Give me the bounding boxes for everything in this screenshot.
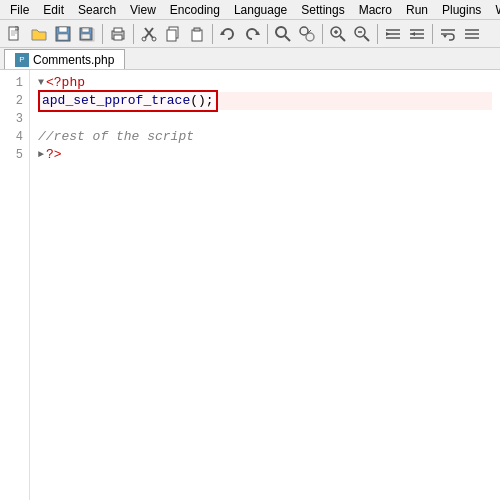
- unindent-button[interactable]: [406, 23, 428, 45]
- comment-line: //rest of the script: [38, 128, 194, 146]
- extra-button[interactable]: [461, 23, 483, 45]
- svg-rect-12: [114, 28, 122, 32]
- separator-7: [432, 24, 433, 44]
- svg-marker-45: [443, 35, 447, 38]
- svg-rect-5: [59, 27, 67, 32]
- code-line-3: [38, 110, 492, 128]
- paste-button[interactable]: [186, 23, 208, 45]
- svg-rect-8: [82, 28, 89, 32]
- code-area[interactable]: ▼<?php apd_set_pprof_trace(); //rest of …: [30, 70, 500, 500]
- tab-icon: P: [15, 53, 29, 67]
- line-num-1: 1: [4, 74, 23, 92]
- svg-rect-6: [58, 34, 68, 40]
- menu-view[interactable]: View: [124, 1, 162, 19]
- separator-6: [377, 24, 378, 44]
- svg-rect-21: [194, 28, 200, 31]
- menu-edit[interactable]: Edit: [37, 1, 70, 19]
- menu-settings[interactable]: Settings: [295, 1, 350, 19]
- print-button[interactable]: [107, 23, 129, 45]
- code-line-5: ►?>: [38, 146, 492, 164]
- line-numbers: 1 2 3 4 5: [0, 70, 30, 500]
- code-line-2: apd_set_pprof_trace();: [38, 92, 492, 110]
- svg-line-34: [364, 36, 369, 41]
- func-name: apd_set_pprof_trace: [42, 93, 190, 108]
- menubar: File Edit Search View Encoding Language …: [0, 0, 500, 20]
- svg-line-30: [340, 36, 345, 41]
- highlighted-code: apd_set_pprof_trace();: [38, 90, 218, 112]
- php-close-tag: ?>: [46, 146, 62, 164]
- zoom-in-button[interactable]: [327, 23, 349, 45]
- copy-button[interactable]: [162, 23, 184, 45]
- svg-rect-19: [167, 30, 176, 41]
- line-num-2: 2: [4, 92, 23, 110]
- save-button[interactable]: [52, 23, 74, 45]
- svg-rect-13: [114, 35, 122, 40]
- replace-button[interactable]: [296, 23, 318, 45]
- svg-point-17: [152, 37, 156, 41]
- tab-label: Comments.php: [33, 53, 114, 67]
- open-button[interactable]: [28, 23, 50, 45]
- svg-line-25: [285, 36, 290, 41]
- menu-language[interactable]: Language: [228, 1, 293, 19]
- wrap-button[interactable]: [437, 23, 459, 45]
- menu-file[interactable]: File: [4, 1, 35, 19]
- line-num-4: 4: [4, 128, 23, 146]
- line-num-3: 3: [4, 110, 23, 128]
- toolbar: [0, 20, 500, 48]
- menu-macro[interactable]: Macro: [353, 1, 398, 19]
- find-button[interactable]: [272, 23, 294, 45]
- menu-run[interactable]: Run: [400, 1, 434, 19]
- cut-button[interactable]: [138, 23, 160, 45]
- undo-button[interactable]: [217, 23, 239, 45]
- separator-3: [212, 24, 213, 44]
- menu-plugins[interactable]: Plugins: [436, 1, 487, 19]
- svg-point-16: [142, 37, 146, 41]
- separator-2: [133, 24, 134, 44]
- fold-marker-5[interactable]: ►: [38, 146, 44, 164]
- svg-rect-9: [81, 34, 90, 39]
- separator-1: [102, 24, 103, 44]
- indent-button[interactable]: [382, 23, 404, 45]
- svg-marker-39: [386, 32, 390, 36]
- separator-5: [322, 24, 323, 44]
- zoom-out-button[interactable]: [351, 23, 373, 45]
- new-button[interactable]: [4, 23, 26, 45]
- code-line-4: //rest of the script: [38, 128, 492, 146]
- redo-button[interactable]: [241, 23, 263, 45]
- svg-marker-43: [411, 32, 415, 36]
- line-num-5: 5: [4, 146, 23, 164]
- svg-point-24: [276, 27, 286, 37]
- menu-window[interactable]: Window: [489, 1, 500, 19]
- svg-rect-20: [192, 30, 202, 41]
- tabbar: P Comments.php: [0, 48, 500, 70]
- editor: 1 2 3 4 5 ▼<?php apd_set_pprof_trace(); …: [0, 70, 500, 500]
- separator-4: [267, 24, 268, 44]
- save-all-button[interactable]: [76, 23, 98, 45]
- menu-search[interactable]: Search: [72, 1, 122, 19]
- tab-comments-php[interactable]: P Comments.php: [4, 49, 125, 69]
- func-parens: ();: [190, 93, 213, 108]
- menu-encoding[interactable]: Encoding: [164, 1, 226, 19]
